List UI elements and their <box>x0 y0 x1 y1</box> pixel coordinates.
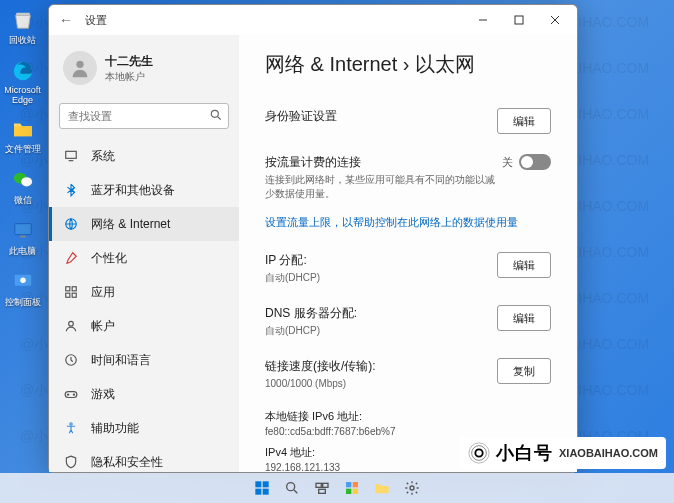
taskbar-widgets[interactable] <box>342 478 362 498</box>
metered-limit-link[interactable]: 设置流量上限，以帮助控制在此网络上的数据使用量 <box>265 215 551 230</box>
window-title: 设置 <box>85 13 465 28</box>
person-icon <box>63 318 79 334</box>
svg-point-12 <box>211 110 218 117</box>
svg-rect-26 <box>255 481 261 487</box>
taskbar-search[interactable] <box>282 478 302 498</box>
ipv6-info: 本地链接 IPv6 地址: fe80::cd5a:bdff:7687:b6eb%… <box>265 409 551 437</box>
taskbar-settings[interactable] <box>402 478 422 498</box>
desktop-recycle[interactable]: 回收站 <box>0 8 45 47</box>
row-ip: IP 分配: 自动(DHCP) 编辑 <box>265 242 551 295</box>
svg-rect-8 <box>515 16 523 24</box>
svg-point-6 <box>20 277 26 283</box>
nav-gaming[interactable]: 游戏 <box>49 377 239 411</box>
brand-badge: 小白号 XIAOBAIHAO.COM <box>460 437 666 469</box>
svg-point-41 <box>472 446 487 461</box>
search-box[interactable] <box>59 103 229 129</box>
row-speed: 链接速度(接收/传输): 1000/1000 (Mbps) 复制 <box>265 348 551 401</box>
svg-rect-23 <box>65 392 77 398</box>
svg-rect-35 <box>346 482 351 487</box>
wechat-icon <box>11 168 35 192</box>
system-icon <box>63 148 79 164</box>
dns-edit-button[interactable]: 编辑 <box>497 305 551 331</box>
metered-toggle[interactable] <box>519 154 551 170</box>
main-content: 网络 & Internet › 以太网 身份验证设置 编辑 按流量计费的连接 连… <box>239 35 577 472</box>
svg-point-11 <box>76 61 83 68</box>
svg-rect-37 <box>346 489 351 494</box>
nav-privacy[interactable]: 隐私和安全性 <box>49 445 239 472</box>
svg-point-40 <box>475 449 482 456</box>
svg-rect-18 <box>72 287 76 291</box>
desktop-explorer[interactable]: 文件管理 <box>0 117 45 156</box>
avatar <box>63 51 97 85</box>
user-block[interactable]: 十二先生 本地帐户 <box>49 45 239 99</box>
svg-line-31 <box>294 490 297 493</box>
nav-network[interactable]: 网络 & Internet <box>49 207 239 241</box>
ip-edit-button[interactable]: 编辑 <box>497 252 551 278</box>
game-icon <box>63 386 79 402</box>
svg-rect-3 <box>14 224 31 235</box>
desktop: 回收站 Microsoft Edge 文件管理 微信 此电脑 控制面板 <box>0 0 45 321</box>
breadcrumb-current: 以太网 <box>415 53 475 75</box>
svg-point-25 <box>70 423 72 425</box>
titlebar: ← 设置 <box>49 5 577 35</box>
svg-point-39 <box>410 486 414 490</box>
minimize-button[interactable] <box>465 8 501 32</box>
start-button[interactable] <box>252 478 272 498</box>
bluetooth-icon <box>63 182 79 198</box>
monitor-icon <box>11 219 35 243</box>
auth-edit-button[interactable]: 编辑 <box>497 108 551 134</box>
user-name: 十二先生 <box>105 53 153 70</box>
taskbar <box>0 473 674 503</box>
svg-rect-33 <box>323 483 328 487</box>
svg-rect-28 <box>255 489 261 495</box>
back-button[interactable]: ← <box>59 12 79 28</box>
svg-line-13 <box>218 117 221 120</box>
svg-rect-20 <box>72 293 76 297</box>
desktop-thispc[interactable]: 此电脑 <box>0 219 45 258</box>
svg-rect-36 <box>353 482 358 487</box>
nav-accounts[interactable]: 帐户 <box>49 309 239 343</box>
row-auth: 身份验证设置 编辑 <box>265 98 551 144</box>
search-icon <box>209 108 223 126</box>
folder-icon <box>11 117 35 141</box>
svg-rect-34 <box>319 489 326 493</box>
clock-icon <box>63 352 79 368</box>
row-dns: DNS 服务器分配: 自动(DHCP) 编辑 <box>265 295 551 348</box>
edge-icon <box>11 59 35 83</box>
maximize-button[interactable] <box>501 8 537 32</box>
close-button[interactable] <box>537 8 573 32</box>
control-icon <box>11 270 35 294</box>
desktop-control[interactable]: 控制面板 <box>0 270 45 309</box>
nav-accessibility[interactable]: 辅助功能 <box>49 411 239 445</box>
brush-icon <box>63 250 79 266</box>
svg-rect-27 <box>263 481 269 487</box>
nav-bluetooth[interactable]: 蓝牙和其他设备 <box>49 173 239 207</box>
svg-rect-17 <box>66 287 70 291</box>
apps-icon <box>63 284 79 300</box>
breadcrumb: 网络 & Internet › 以太网 <box>265 51 551 78</box>
taskbar-taskview[interactable] <box>312 478 332 498</box>
svg-point-30 <box>287 483 295 491</box>
nav-system[interactable]: 系统 <box>49 139 239 173</box>
nav-apps[interactable]: 应用 <box>49 275 239 309</box>
row-metered: 按流量计费的连接 连接到此网络时，某些应用可能具有不同的功能以减少数据使用量。 … <box>265 144 551 211</box>
svg-rect-14 <box>66 151 77 158</box>
nav-time[interactable]: 时间和语言 <box>49 343 239 377</box>
svg-rect-32 <box>316 483 321 487</box>
svg-rect-19 <box>66 293 70 297</box>
svg-rect-38 <box>353 489 358 494</box>
sidebar: 十二先生 本地帐户 系统 蓝牙和其他设备 网络 & Internet 个性化 应… <box>49 35 239 472</box>
breadcrumb-parent[interactable]: 网络 & Internet <box>265 53 397 75</box>
speed-copy-button[interactable]: 复制 <box>497 358 551 384</box>
brand-icon <box>468 442 490 464</box>
nav-personalize[interactable]: 个性化 <box>49 241 239 275</box>
svg-point-21 <box>69 321 74 326</box>
shield-icon <box>63 454 79 470</box>
recycle-icon <box>11 8 35 32</box>
toggle-label: 关 <box>502 155 513 170</box>
desktop-edge[interactable]: Microsoft Edge <box>0 59 45 105</box>
taskbar-explorer[interactable] <box>372 478 392 498</box>
desktop-wechat[interactable]: 微信 <box>0 168 45 207</box>
search-input[interactable] <box>59 103 229 129</box>
svg-rect-29 <box>263 489 269 495</box>
